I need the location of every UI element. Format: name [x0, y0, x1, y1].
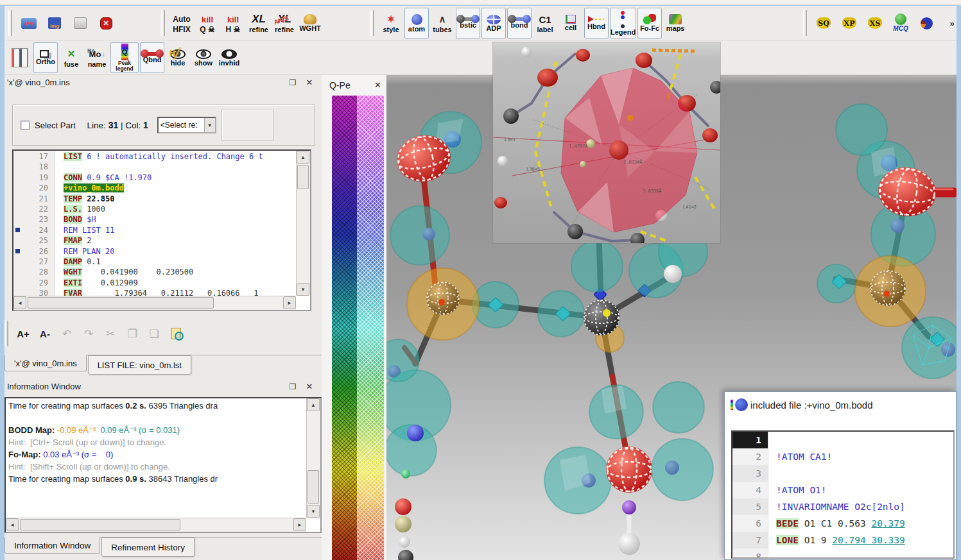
bond-button[interactable]: bond	[507, 8, 532, 38]
xs-button[interactable]: XS	[863, 8, 887, 38]
maps-button[interactable]: maps	[663, 8, 688, 38]
editor-line[interactable]: 8	[732, 548, 953, 559]
info-hscrollbar[interactable]: ◄ ►	[6, 518, 306, 532]
editor-line[interactable]: 1	[732, 432, 953, 448]
dock-layout-button[interactable]	[8, 42, 32, 73]
editor-line[interactable]: 30 FVAR 1.79364 0.21112 0.16066 1	[13, 288, 296, 296]
ortho-button[interactable]: Ortho	[33, 42, 58, 73]
scroll-right-icon[interactable]: ►	[283, 296, 296, 309]
editor-line[interactable]: 27 DAMP 0.1	[13, 257, 296, 267]
adp-button[interactable]: ADP	[481, 8, 506, 38]
select-part-checkbox[interactable]	[21, 121, 30, 130]
mcq-button[interactable]: MCQ	[888, 8, 913, 38]
label-button[interactable]: C1 label	[533, 8, 557, 38]
editor-line[interactable]: 24 REM LIST 11	[13, 225, 296, 235]
peak-legend-button[interactable]: Q Peak legend	[110, 42, 139, 73]
scroll-right-icon[interactable]: ►	[293, 518, 306, 531]
tab-refinement-history[interactable]: Refinement History	[101, 538, 195, 557]
squeeze-button[interactable]: SQ	[811, 8, 836, 38]
export-jpg-button[interactable]: JPG	[17, 8, 41, 38]
find-button[interactable]	[166, 321, 186, 346]
xl-refine-button[interactable]: XL refine	[247, 8, 271, 38]
ins-code-editor[interactable]: 17 LIST 6 ! automatically inserted. Chan…	[12, 149, 311, 311]
close-icon[interactable]: ✕	[374, 80, 381, 90]
editor-line[interactable]: 19 CONN 0.9 $CA !1.970	[13, 173, 296, 183]
editor-line[interactable]: 2 !ATOM CA1!	[732, 448, 953, 465]
stop-button[interactable]: ✕	[94, 8, 118, 38]
information-window[interactable]: Time for creating map surfaces 0.2 s. 63…	[4, 397, 322, 533]
qbnd-button[interactable]: Qbnd	[140, 42, 164, 73]
editor-line[interactable]: 7 LONE O1 9 20.794 30.339	[732, 532, 953, 548]
cell-button[interactable]: cell	[558, 8, 583, 38]
tab-ins-file[interactable]: 'x'@ vino_0m.ins	[4, 355, 87, 371]
residue-select-dropdown[interactable]: <Select re: ▼	[157, 117, 216, 133]
paste-button[interactable]: ❏	[144, 321, 164, 346]
toolbar-grip[interactable]	[4, 321, 8, 346]
editor-line[interactable]: 4 !ATOM O1!	[732, 482, 953, 498]
vscroll-thumb[interactable]	[307, 470, 319, 504]
redo-button[interactable]: ↷	[78, 321, 99, 346]
float-panel-button[interactable]: ❐	[287, 381, 299, 393]
editor-line[interactable]: 3	[732, 465, 953, 482]
undo-button[interactable]: ↶	[56, 321, 77, 346]
fofc-button[interactable]: Fo-Fc	[637, 8, 662, 38]
shelxle-logo-button[interactable]	[914, 8, 939, 38]
bodd-code-editor[interactable]: 1 2 !ATOM CA1! 3 4 !A	[731, 430, 955, 559]
tubes-button[interactable]: ∧ tubes	[430, 8, 455, 38]
atom-button[interactable]: atom	[404, 8, 429, 38]
xl-refine-anis-button[interactable]: XL ANIS refine	[272, 8, 297, 38]
vscroll-thumb[interactable]	[297, 165, 309, 189]
editor-line[interactable]: 6 BEDE O1 C1 0.563 20.379	[732, 515, 953, 532]
xp-button[interactable]: XP	[837, 8, 861, 38]
info-vscrollbar[interactable]: ▲ ▼	[306, 398, 320, 518]
toolbar-grip[interactable]	[161, 10, 165, 36]
editor-line[interactable]: 25 FMAP 2	[13, 235, 296, 246]
editor-hscrollbar[interactable]: ◄ ►	[13, 296, 296, 310]
close-panel-button[interactable]: ✕	[304, 381, 315, 393]
fuse-button[interactable]: ✕ fuse	[59, 42, 83, 73]
toolbar-overflow-button[interactable]: »	[940, 8, 961, 38]
editor-line[interactable]: 21 TEMP 22.850	[13, 194, 296, 204]
toolbar-grip[interactable]	[370, 10, 374, 36]
font-decrease-button[interactable]: A-	[35, 321, 55, 346]
legend-button[interactable]: Legend	[610, 8, 636, 38]
editor-line[interactable]: 5 !INVARIOMNAME O2c[2nlo]	[732, 498, 953, 515]
copy-button[interactable]: ❐	[122, 321, 143, 346]
scroll-up-icon[interactable]: ▲	[297, 151, 309, 164]
wght-button[interactable]: WGHT	[298, 8, 322, 38]
chevron-down-icon[interactable]: ▼	[204, 118, 215, 132]
scroll-up-icon[interactable]: ▲	[307, 398, 320, 411]
auto-hfix-button[interactable]: Auto HFIX	[169, 8, 194, 38]
toolbar-grip[interactable]	[8, 10, 12, 36]
scroll-down-icon[interactable]: ▼	[307, 505, 320, 518]
style-button[interactable]: ✶ style	[379, 8, 403, 38]
hide-button[interactable]: H hide	[166, 42, 190, 73]
editor-line[interactable]: 29 EXTI 0.012909	[13, 278, 296, 288]
kill-q-button[interactable]: kill Q ☠	[195, 8, 220, 38]
font-increase-button[interactable]: A+	[13, 321, 33, 346]
float-panel-button[interactable]: ❐	[287, 77, 299, 89]
editor-line[interactable]: 22 L.S. 1000	[13, 204, 296, 214]
scroll-left-icon[interactable]: ◄	[13, 296, 26, 309]
rename-button[interactable]: Mo Re name	[85, 42, 109, 73]
toolbar-grip[interactable]	[803, 10, 807, 36]
hbnd-button[interactable]: Hbnd	[584, 8, 609, 38]
editor-line[interactable]: 26 REM PLAN 20	[13, 246, 296, 257]
tab-lst-file[interactable]: LIST FILE: vino_0m.lst	[88, 355, 191, 375]
editor-line[interactable]: 28 WGHT 0.041900 0.230500	[13, 267, 296, 277]
editor-line[interactable]: 23 BOND $H	[13, 214, 296, 225]
editor-vscrollbar[interactable]: ▲ ▼	[296, 151, 310, 296]
invhid-button[interactable]: invhid	[217, 42, 241, 73]
hscroll-thumb[interactable]	[20, 519, 180, 530]
bstic-button[interactable]: bstic	[456, 8, 480, 38]
spare-button[interactable]	[221, 110, 274, 140]
close-panel-button[interactable]: ✕	[304, 77, 315, 89]
cut-button[interactable]: ✂	[100, 321, 121, 346]
scroll-down-icon[interactable]: ▼	[297, 283, 309, 296]
editor-line[interactable]: 17 LIST 6 ! automatically inserted. Chan…	[13, 151, 296, 162]
save-button[interactable]	[68, 8, 92, 38]
kill-h-button[interactable]: kill H ☠	[221, 8, 245, 38]
editor-line[interactable]: 18	[13, 162, 296, 172]
scroll-left-icon[interactable]: ◄	[6, 518, 19, 531]
hscroll-thumb[interactable]	[28, 297, 214, 309]
